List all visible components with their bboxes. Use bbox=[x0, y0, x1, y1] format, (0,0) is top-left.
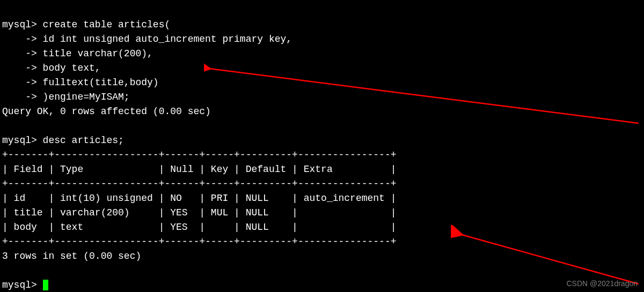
table-row: | title | varchar(200) | YES | MUL | NUL… bbox=[2, 207, 397, 218]
sql-line: title varchar(200), bbox=[37, 48, 153, 59]
sql-line: id int unsigned auto_increment primary k… bbox=[37, 34, 292, 44]
continuation-prompt: -> bbox=[2, 48, 37, 59]
sql-line: fulltext(title,body) bbox=[37, 77, 159, 88]
prompt: mysql> bbox=[2, 280, 43, 290]
sql-line: )engine=MyISAM; bbox=[37, 92, 130, 102]
watermark-text: CSDN @2021dragon bbox=[566, 279, 638, 288]
table-border: +-------+------------------+------+-----… bbox=[2, 178, 397, 189]
continuation-prompt: -> bbox=[2, 92, 37, 102]
terminal-output: mysql> create table articles( -> id int … bbox=[0, 0, 644, 292]
sql-line: body text, bbox=[37, 63, 101, 73]
prompt: mysql> bbox=[2, 19, 37, 30]
query-result: Query OK, 0 rows affected (0.00 sec) bbox=[2, 106, 211, 117]
table-header: | Field | Type | Null | Key | Default | … bbox=[2, 164, 397, 175]
continuation-prompt: -> bbox=[2, 34, 37, 44]
continuation-prompt: -> bbox=[2, 63, 37, 73]
table-row: | id | int(10) unsigned | NO | PRI | NUL… bbox=[2, 193, 397, 204]
table-border: +-------+------------------+------+-----… bbox=[2, 149, 397, 160]
cursor-icon[interactable] bbox=[43, 280, 48, 290]
rows-result: 3 rows in set (0.00 sec) bbox=[2, 251, 141, 261]
continuation-prompt: -> bbox=[2, 77, 37, 88]
sql-line: desc articles; bbox=[37, 135, 124, 146]
sql-line: create table articles( bbox=[37, 19, 170, 30]
prompt: mysql> bbox=[2, 135, 37, 146]
table-row: | body | text | YES | | NULL | | bbox=[2, 222, 397, 233]
table-border: +-------+------------------+------+-----… bbox=[2, 236, 397, 247]
